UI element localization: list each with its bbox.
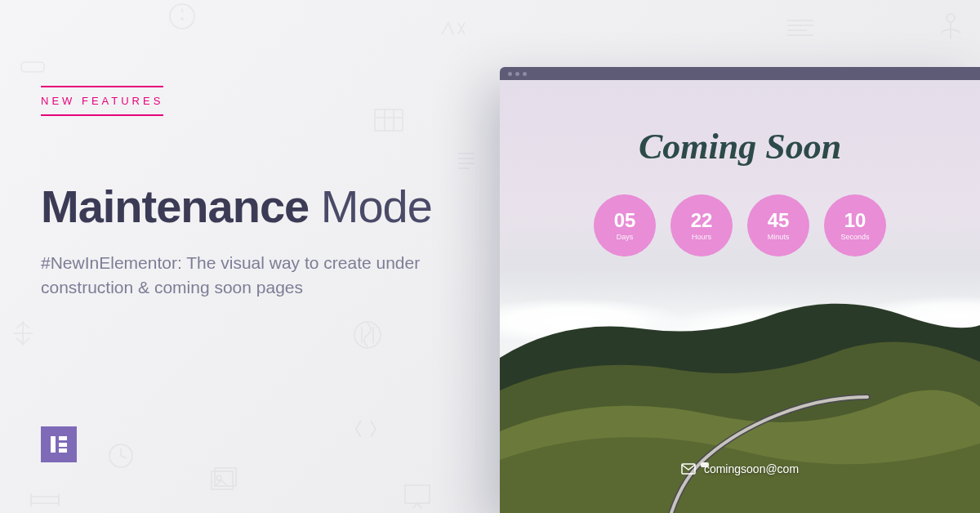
countdown-days: 05 Days (594, 194, 656, 256)
page-title: Maintenance Mode (41, 180, 482, 233)
browser-preview: Coming Soon 05 Days 22 Hours 45 Minuts 1… (500, 67, 980, 513)
svg-point-7 (947, 14, 955, 22)
countdown-minutes: 45 Minuts (747, 194, 809, 256)
browser-titlebar (500, 67, 980, 80)
svg-point-0 (170, 4, 194, 29)
envelope-icon (681, 463, 696, 475)
svg-rect-9 (21, 62, 44, 72)
svg-rect-24 (215, 468, 236, 486)
svg-point-2 (181, 18, 183, 20)
email-row: comingsoon@com (500, 462, 980, 475)
svg-rect-28 (31, 497, 59, 503)
svg-point-26 (216, 475, 221, 480)
elementor-logo-icon (41, 426, 77, 462)
countdown-row: 05 Days 22 Hours 45 Minuts 10 Seconds (500, 194, 980, 256)
svg-rect-32 (682, 464, 695, 474)
svg-point-21 (109, 444, 132, 467)
new-features-badge: NEW FEATURES (41, 86, 163, 116)
title-bold: Maintenance (41, 181, 309, 232)
subtitle: #NewInElementor: The visual way to creat… (41, 251, 482, 301)
countdown-seconds: 10 Seconds (824, 194, 886, 256)
email-text: comingsoon@com (704, 462, 799, 475)
coming-soon-heading: Coming Soon (500, 126, 980, 167)
left-content: NEW FEATURES Maintenance Mode #NewInElem… (41, 86, 482, 301)
title-light: Mode (309, 181, 432, 232)
svg-rect-27 (405, 485, 430, 503)
svg-rect-25 (212, 471, 233, 489)
svg-point-20 (354, 322, 381, 348)
svg-line-23 (121, 456, 127, 458)
coming-soon-page: Coming Soon 05 Days 22 Hours 45 Minuts 1… (500, 80, 980, 513)
countdown-hours: 22 Hours (670, 194, 733, 256)
